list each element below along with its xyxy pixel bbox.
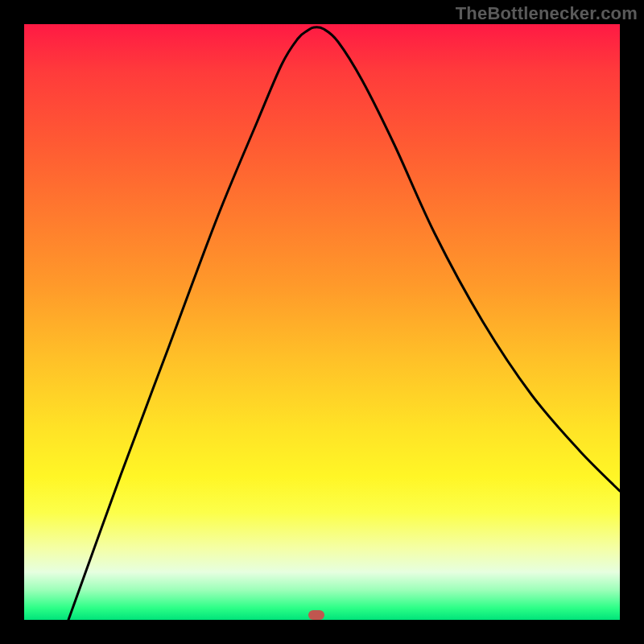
optimal-marker (308, 610, 324, 620)
watermark-text: TheBottlenecker.com (456, 3, 638, 24)
bottleneck-curve (68, 27, 620, 620)
curve-svg (24, 24, 620, 620)
chart-area (24, 24, 620, 620)
